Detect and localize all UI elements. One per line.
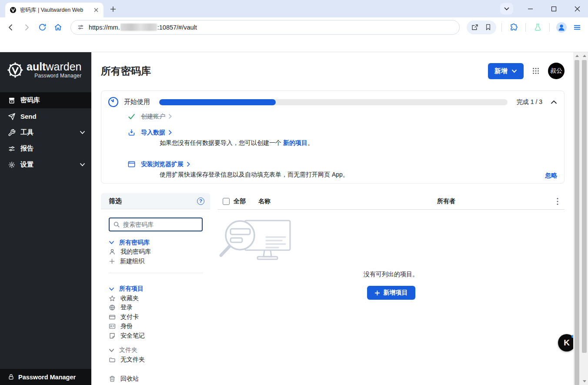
filter-trash[interactable]: 回收站 bbox=[109, 375, 210, 384]
collapse-chevron-up-icon[interactable] bbox=[551, 100, 557, 104]
plus-icon bbox=[109, 258, 115, 264]
note-icon bbox=[109, 332, 116, 339]
address-bar[interactable]: https://mm.:10857/#/vault bbox=[70, 20, 460, 35]
chevron-right-icon bbox=[187, 161, 190, 167]
scroll-down-arrow[interactable] bbox=[581, 378, 588, 385]
search-input[interactable] bbox=[123, 221, 198, 228]
table-options-kebab-icon[interactable] bbox=[557, 198, 558, 205]
browser-window-icon bbox=[127, 160, 136, 168]
filter-new-organization[interactable]: 新建组织 bbox=[109, 257, 210, 266]
forward-icon[interactable] bbox=[20, 21, 33, 34]
filter-card[interactable]: 支付卡 bbox=[109, 312, 210, 322]
search-icon bbox=[113, 221, 120, 228]
toolbar-separator bbox=[525, 23, 526, 32]
browser-profile-avatar[interactable] bbox=[555, 21, 568, 34]
filter-favorites[interactable]: 收藏夹 bbox=[109, 294, 210, 303]
filter-all-vaults[interactable]: 所有密码库 bbox=[109, 238, 210, 248]
new-tab-button[interactable] bbox=[107, 3, 119, 15]
brand-name: aultwarden bbox=[27, 60, 81, 73]
person-icon bbox=[109, 248, 116, 255]
account-avatar[interactable]: 叔公 bbox=[548, 63, 565, 79]
progress-label: 完成 1 / 3 bbox=[517, 98, 542, 106]
vaultwarden-logo: aultwarden Password Manager bbox=[0, 52, 91, 88]
toolbar-separator bbox=[549, 23, 550, 32]
inner-scrollbar[interactable] bbox=[573, 52, 581, 385]
folder-icon bbox=[109, 356, 116, 363]
check-icon bbox=[127, 112, 136, 121]
new-item-link[interactable]: 新的项目 bbox=[283, 139, 307, 146]
home-icon[interactable] bbox=[51, 21, 64, 34]
share-bookmark-group bbox=[467, 20, 496, 34]
card-icon bbox=[109, 314, 116, 321]
empty-vault-illustration bbox=[217, 219, 294, 264]
chevron-right-icon bbox=[168, 130, 172, 135]
reload-icon[interactable] bbox=[36, 21, 49, 34]
chevron-right-icon bbox=[168, 114, 172, 119]
search-box[interactable] bbox=[109, 218, 203, 231]
window-maximize-button[interactable] bbox=[547, 2, 560, 15]
extensions-puzzle-icon[interactable] bbox=[507, 21, 520, 34]
filter-identity[interactable]: 身份 bbox=[109, 322, 210, 331]
onboarding-step-install-extension[interactable]: 安装浏览器扩展 bbox=[127, 160, 557, 168]
flask-icon[interactable] bbox=[531, 21, 544, 34]
vaultwarden-favicon-icon bbox=[10, 7, 17, 13]
scroll-up-arrow[interactable] bbox=[581, 52, 588, 60]
filter-secure-note[interactable]: 安全笔记 bbox=[109, 331, 210, 341]
sidebar-item-reports[interactable]: 报告 bbox=[0, 141, 91, 157]
filter-divider bbox=[109, 273, 203, 273]
select-all-label: 全部 bbox=[234, 198, 246, 205]
inner-scrollbar-thumb[interactable] bbox=[575, 60, 579, 385]
filter-login[interactable]: 登录 bbox=[109, 303, 210, 313]
items-table-header: 全部 名称 所有者 bbox=[217, 193, 565, 210]
scroll-up-arrow[interactable] bbox=[573, 52, 581, 60]
new-item-button[interactable]: 新增项目 bbox=[367, 286, 415, 300]
plus-icon bbox=[374, 290, 380, 296]
filter-panel: 筛选 所有密码库 我的密码库 bbox=[101, 193, 210, 384]
sidebar-item-send[interactable]: Send bbox=[0, 108, 91, 124]
brand-subtitle: Password Manager bbox=[27, 73, 81, 79]
items-panel: 全部 名称 所有者 bbox=[217, 193, 565, 384]
page-title: 所有密码库 bbox=[101, 64, 151, 78]
new-item-dropdown-button[interactable]: 新增 bbox=[488, 63, 524, 79]
sidebar-item-vault[interactable]: 密码库 bbox=[0, 92, 91, 108]
window-close-button[interactable] bbox=[571, 2, 584, 15]
clock-icon bbox=[107, 96, 119, 108]
k-extension-widget[interactable]: K bbox=[558, 334, 575, 352]
site-settings-icon[interactable] bbox=[77, 23, 84, 31]
url-text[interactable]: https://mm.:10857/#/vault bbox=[89, 23, 197, 31]
owner-column-header[interactable]: 所有者 bbox=[437, 198, 455, 205]
window-minimize-button[interactable] bbox=[524, 2, 537, 15]
onboarding-title: 开始使用 bbox=[124, 98, 150, 106]
select-all-checkbox[interactable] bbox=[223, 198, 230, 205]
browser-menu-icon[interactable] bbox=[571, 21, 584, 34]
filter-my-vault[interactable]: 我的密码库 bbox=[109, 248, 210, 257]
help-icon[interactable] bbox=[197, 198, 204, 205]
onboarding-step-import-data[interactable]: 导入数据 bbox=[127, 128, 557, 137]
browser-scrollbar[interactable] bbox=[581, 52, 588, 385]
product-switcher-password-manager[interactable]: Password Manager bbox=[0, 369, 91, 385]
browser-tab-strip: 密码库 | Vaultwarden Web bbox=[0, 0, 588, 17]
app-launcher-grid-icon[interactable] bbox=[532, 67, 539, 74]
filter-no-folder[interactable]: 无文件夹 bbox=[109, 355, 210, 365]
bookmark-icon[interactable] bbox=[481, 21, 494, 34]
share-icon[interactable] bbox=[468, 21, 481, 34]
onboarding-step-create-account[interactable]: 创建账户 bbox=[127, 112, 557, 121]
chevron-down-icon bbox=[511, 69, 517, 73]
chevron-down-icon bbox=[109, 287, 114, 291]
sidebar: aultwarden Password Manager 密码库 Send bbox=[0, 52, 91, 385]
empty-state: 没有可列出的项目。 新增项目 bbox=[217, 210, 565, 300]
name-column-header[interactable]: 名称 bbox=[258, 198, 271, 205]
filter-folders[interactable]: 文件夹 bbox=[109, 346, 210, 355]
import-icon bbox=[127, 128, 136, 137]
dismiss-link[interactable]: 忽略 bbox=[545, 172, 557, 180]
back-icon[interactable] bbox=[4, 21, 17, 34]
filter-all-items[interactable]: 所有项目 bbox=[109, 285, 210, 294]
sidebar-item-settings[interactable]: 设置 bbox=[0, 157, 91, 173]
sidebar-item-tools[interactable]: 工具 bbox=[0, 124, 91, 141]
tab-close-icon[interactable] bbox=[92, 6, 100, 14]
browser-tab[interactable]: 密码库 | Vaultwarden Web bbox=[5, 3, 104, 17]
chevron-down-icon bbox=[109, 348, 114, 352]
browser-scrollbar-thumb[interactable] bbox=[582, 60, 587, 353]
tab-search-button[interactable] bbox=[500, 3, 513, 14]
extension-step-description: 使用扩展快速保存登录信息以及自动填充表单，而无需打开网页 App。 bbox=[160, 171, 557, 179]
